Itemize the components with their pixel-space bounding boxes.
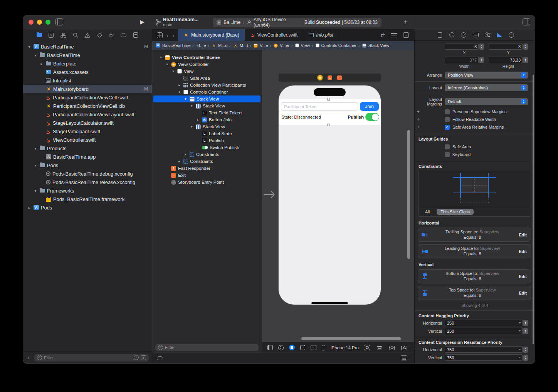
segment-all[interactable]: All [425,209,430,214]
file-row[interactable]: ParticipantCollectionViewLayout.swift [23,110,152,119]
constraint-card-top[interactable]: Top Space to: SuperviewEquals: 8 Edit [418,286,531,300]
update-frames-icon[interactable] [364,345,370,351]
device-settings-icon[interactable] [289,345,295,350]
file-row[interactable]: Pods-BasicRealTime.release.xcconfig [23,178,152,186]
tab-main-storyboard[interactable]: ×Main.storyboard (Base) [178,29,245,41]
vertical-scrollbar[interactable] [407,130,410,259]
compression-vertical-combo[interactable]: 750 [445,354,523,361]
edit-button[interactable]: Edit [516,274,527,279]
storyboard-entry-arrow[interactable] [264,189,277,199]
editor-options-icon[interactable] [391,33,397,37]
breadcrumb[interactable]: Stack View [362,43,389,48]
tab-viewcontroller-swift[interactable]: ViewController.swift [245,29,303,41]
selection-handle-bottom[interactable] [327,124,330,126]
connections-inspector-icon[interactable] [508,32,515,39]
view-controller-icon[interactable] [318,75,323,80]
outline-row[interactable]: Switch Publish [153,144,261,151]
breadcrumb[interactable]: ABasicRealTime [155,43,191,48]
safe-area-guide-checkbox[interactable] [445,144,450,149]
outline-row[interactable]: ▸Constraints [153,151,261,158]
compression-horizontal-combo[interactable]: 750 [445,346,523,353]
navigator-filter-input[interactable] [44,355,132,360]
disclosure-icon[interactable]: ▾ [33,163,38,168]
y-field[interactable] [489,43,523,50]
constraint-card-leading[interactable]: Leading Space to: SuperviewEquals: 8 Edi… [418,244,531,258]
file-row[interactable]: ▾Pods [23,161,152,169]
disclosure-icon[interactable]: ▾ [33,53,38,57]
edit-button[interactable]: Edit [516,233,527,237]
file-row[interactable]: ▾ABasicRealTimeM [23,42,152,51]
file-row[interactable]: StageLayoutCalculator.swift [23,119,152,127]
file-row[interactable]: Pods_BasicRealTime.framework [23,195,152,203]
layout-margins-popup[interactable]: Default▲▼ [445,98,528,105]
recent-files-icon[interactable] [134,355,139,360]
compression-vertical-stepper[interactable]: ▲▼ [523,355,528,361]
accessibility-icon[interactable] [278,345,284,350]
outline-row-selected[interactable]: ▾Stack View [153,95,261,102]
outline-row[interactable]: →Exit [153,172,261,179]
disclosure-icon[interactable]: ▾ [190,125,194,129]
storyboard-canvas[interactable]: 1 → Join State: Disconnected Publish [262,50,414,342]
file-row[interactable]: ABasicRealTime.app [23,152,152,161]
issue-navigator-icon[interactable] [84,32,91,39]
file-inspector-icon[interactable] [436,32,443,39]
device-preview[interactable]: Join State: Disconnected Publish [279,85,381,305]
tag-icon[interactable] [157,356,163,360]
first-responder-icon[interactable]: 1 [328,75,332,80]
minimize-window-button[interactable] [37,20,42,25]
outline-row[interactable]: ▾Controls Container [153,89,261,95]
outline-row[interactable]: LPublish [153,137,261,144]
breadcrumb[interactable]: Controls Container [315,43,357,48]
device-name[interactable]: iPhone 14 Pro [331,345,359,350]
join-button[interactable]: Join [360,102,379,111]
inspector-scrollbar[interactable] [533,75,534,344]
disclosure-icon[interactable]: ▾ [165,62,169,66]
source-control-status-icon[interactable]: ± [141,355,146,360]
safe-area-relative-margins-checkbox[interactable]: ✓ [445,125,450,130]
outline-row[interactable]: →Storyboard Entry Point [153,179,261,186]
disclosure-icon[interactable]: ▾ [171,69,175,73]
history-inspector-icon[interactable] [448,32,455,39]
outline-filter-input[interactable] [165,345,256,350]
constraint-card-bottom[interactable]: Bottom Space to: SuperviewEquals: 8 Edit [418,269,531,283]
file-row-selected[interactable]: ×Main.storyboardM [23,85,152,93]
test-navigator-icon[interactable] [96,32,103,39]
inspector-toggle-icon[interactable] [523,18,530,25]
constraint-card-trailing[interactable]: Trailing Space to: SuperviewEquals: 8 Ed… [418,228,531,242]
hugging-vertical-stepper[interactable]: ▲▼ [523,328,528,334]
hugging-vertical-combo[interactable]: 250 [445,328,523,334]
file-row[interactable]: StageParticipant.swift [23,127,152,136]
file-row[interactable]: ×ParticipantCollectionViewCell.xib [23,102,152,110]
outline-row[interactable]: ▾Stack View [153,102,261,109]
device-bezel-toggle-icon[interactable] [401,355,407,360]
outline-row[interactable]: FText Field Token [153,109,261,116]
disclosure-icon[interactable]: ▸ [183,152,188,156]
file-row[interactable]: ParticipantCollectionViewCell.swift [23,93,152,102]
align-icon[interactable] [376,345,383,351]
width-field[interactable] [445,57,479,63]
horizontal-scrollbar[interactable] [301,337,401,340]
outline-row[interactable]: ▾View Controller Scene [153,54,261,61]
debug-navigator-icon[interactable] [108,32,115,39]
follow-readable-width-checkbox[interactable] [445,117,450,122]
tab-info-plist[interactable]: Info.plist [303,29,339,41]
disclosure-icon[interactable]: ▾ [190,104,194,108]
outline-row[interactable]: ▾View Controller [153,61,261,68]
disclosure-icon[interactable]: ▸ [177,159,182,163]
disclosure-icon[interactable]: ▾ [183,97,188,101]
outline-row[interactable]: ▾View [153,68,261,75]
file-row[interactable]: ViewController.swift [23,136,152,144]
add-file-button[interactable]: + [26,354,32,361]
preserve-superview-margins-checkbox[interactable] [445,109,450,114]
outline-row[interactable]: ▾Stack View [153,123,261,130]
disclosure-icon[interactable]: ▾ [159,55,163,59]
breadcrumb[interactable]: ×M...d [211,43,227,48]
breadcrumb[interactable]: V...e [253,43,268,48]
compression-horizontal-stepper[interactable]: ▲▼ [523,347,528,353]
report-navigator-icon[interactable] [132,32,139,39]
add-constraint-button[interactable]: + [417,109,420,114]
selection-handle-top[interactable] [327,98,330,101]
participant-token-field[interactable] [281,102,358,111]
quick-help-inspector-icon[interactable]: ? [460,32,467,39]
outline-row[interactable]: 1First Responder [153,165,261,172]
